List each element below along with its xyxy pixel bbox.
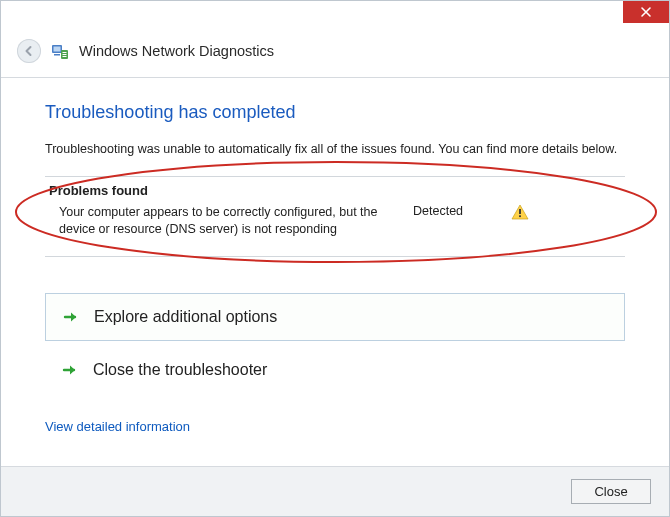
view-detailed-info-link[interactable]: View detailed information xyxy=(45,419,190,434)
warning-icon xyxy=(511,204,529,220)
explore-option-label: Explore additional options xyxy=(94,308,277,326)
problem-status: Detected xyxy=(413,204,493,218)
svg-rect-4 xyxy=(63,52,67,53)
dialog-window: Windows Network Diagnostics Troubleshoot… xyxy=(0,0,670,517)
problems-found-label: Problems found xyxy=(45,183,625,198)
svg-rect-6 xyxy=(63,56,67,57)
title-bar xyxy=(1,1,669,31)
close-troubleshooter[interactable]: Close the troubleshooter xyxy=(45,347,625,393)
arrow-right-icon xyxy=(61,361,79,379)
dialog-title: Windows Network Diagnostics xyxy=(79,43,274,59)
svg-rect-2 xyxy=(54,54,60,56)
svg-rect-5 xyxy=(63,54,67,55)
svg-rect-1 xyxy=(54,47,61,52)
back-arrow-icon xyxy=(23,45,35,57)
dialog-content: Troubleshooting has completed Troublesho… xyxy=(1,78,669,452)
explore-additional-options[interactable]: Explore additional options xyxy=(45,293,625,341)
close-troubleshooter-label: Close the troubleshooter xyxy=(93,361,267,379)
diagnostics-icon xyxy=(51,42,69,60)
completion-subtext: Troubleshooting was unable to automatica… xyxy=(45,141,625,158)
back-button[interactable] xyxy=(17,39,41,63)
problem-icon-cell xyxy=(507,204,529,220)
dialog-header: Windows Network Diagnostics xyxy=(1,31,669,78)
svg-rect-8 xyxy=(519,209,521,214)
svg-rect-9 xyxy=(519,215,521,217)
window-close-button[interactable] xyxy=(623,1,669,23)
arrow-right-icon xyxy=(62,308,80,326)
close-button[interactable]: Close xyxy=(571,479,651,504)
dialog-footer: Close xyxy=(1,466,669,516)
completion-headline: Troubleshooting has completed xyxy=(45,102,625,123)
close-icon xyxy=(640,6,652,18)
problem-description: Your computer appears to be correctly co… xyxy=(59,204,399,238)
problem-row: Your computer appears to be correctly co… xyxy=(45,204,625,238)
problems-section: Problems found Your computer appears to … xyxy=(45,176,625,257)
